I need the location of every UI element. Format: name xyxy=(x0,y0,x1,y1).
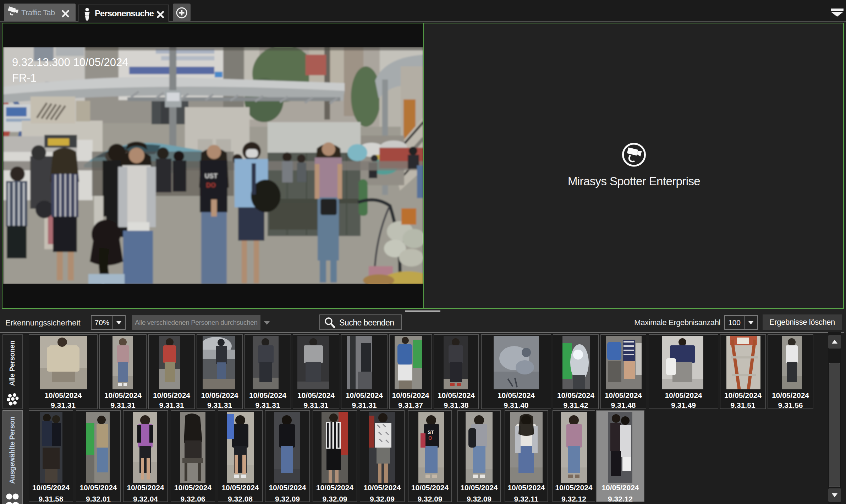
svg-text:ST: ST xyxy=(428,429,434,435)
svg-text:FR-1: FR-1 xyxy=(12,72,37,84)
svg-text:O: O xyxy=(428,435,432,441)
svg-text:9.32.13.300 10/05/2024: 9.32.13.300 10/05/2024 xyxy=(12,56,128,69)
